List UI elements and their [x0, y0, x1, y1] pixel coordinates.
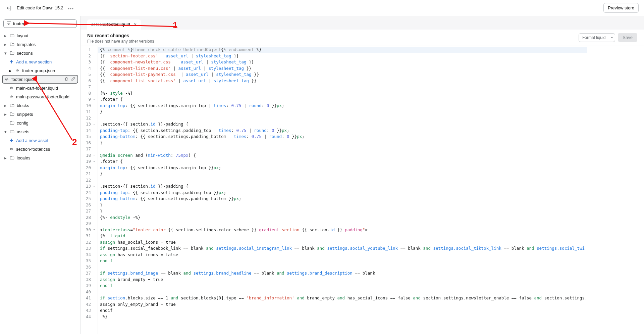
code-line[interactable] — [100, 289, 587, 295]
filter-files-input[interactable] — [13, 21, 74, 26]
code-file-icon — [9, 85, 14, 91]
more-icon[interactable] — [68, 5, 73, 10]
preview-store-button[interactable]: Preview store — [603, 3, 639, 13]
folder-row[interactable]: ▾assets — [2, 127, 78, 136]
folder-icon — [9, 155, 15, 160]
code-line[interactable]: padding-top: {{ section.settings.padding… — [100, 190, 587, 196]
tree-item-label: Add a new asset — [16, 138, 77, 143]
chevron-right-icon[interactable]: ▸ — [3, 112, 7, 117]
tree-item-label: footer.liquid — [11, 77, 62, 82]
code-line[interactable]: assign brand_empty = true — [100, 277, 587, 283]
code-line[interactable] — [100, 146, 587, 152]
filter-files-input-wrap[interactable] — [3, 19, 77, 28]
code-line[interactable]: {{ 'component-list-payment.css' | asset_… — [100, 71, 587, 78]
file-row[interactable]: footer.liquid — [2, 75, 78, 84]
folder-row[interactable]: ▸snippets — [2, 110, 78, 118]
line-number: 15 — [86, 134, 95, 140]
folder-row[interactable]: config — [2, 118, 78, 127]
file-row[interactable]: section-footer.css — [2, 145, 78, 153]
line-number: 28 — [86, 214, 95, 221]
line-number: 11 — [86, 109, 95, 115]
code-line[interactable]: .footer { — [100, 96, 587, 103]
exit-icon[interactable] — [5, 5, 12, 11]
file-row[interactable]: main-password-footer.liquid — [2, 92, 78, 101]
code-line[interactable]: assign has_social_icons = false — [100, 252, 587, 258]
code-line[interactable]: if settings.social_facebook_link == blan… — [100, 245, 587, 252]
folder-icon — [9, 33, 15, 38]
line-number: 21 — [86, 171, 95, 177]
line-number: 10 — [86, 103, 95, 109]
line-number: 9▾ — [86, 96, 95, 103]
code-line[interactable]: } — [100, 109, 587, 115]
code-line[interactable] — [100, 84, 587, 90]
format-liquid-button[interactable]: Format liquid — [579, 33, 609, 42]
code-line[interactable]: endif — [100, 283, 587, 289]
code-line[interactable]: margin-top: {{ section.settings.margin_t… — [100, 165, 587, 171]
code-line[interactable]: padding-top: {{ section.settings.padding… — [100, 128, 587, 134]
code-line[interactable]: <footer class="footer color-{{ section.s… — [100, 227, 587, 233]
file-row[interactable]: main-cart-footer.liquid — [2, 84, 78, 92]
chevron-right-icon[interactable]: ▸ — [3, 33, 7, 38]
folder-row[interactable]: ▸layout — [2, 31, 78, 40]
code-line[interactable]: .footer { — [100, 158, 587, 165]
code-line[interactable]: {{ 'component-newsletter.css' | asset_ur… — [100, 59, 587, 65]
code-line[interactable]: if section.blocks.size == 1 and section.… — [100, 295, 587, 301]
line-number: 29 — [86, 221, 95, 227]
code-line[interactable]: assign has_social_icons = true — [100, 239, 587, 246]
code-line[interactable]: padding-bottom: {{ section.settings.padd… — [100, 196, 587, 202]
code-line[interactable]: -%} — [100, 314, 587, 320]
rename-icon[interactable] — [71, 77, 76, 82]
code-line[interactable]: .section-{{ section.id }}-padding { — [100, 121, 587, 128]
line-number: 38 — [86, 277, 95, 283]
code-line[interactable]: } — [100, 171, 587, 177]
chevron-right-icon[interactable]: ▸ — [3, 103, 7, 108]
file-row[interactable]: footer-group.json — [2, 66, 78, 75]
line-number: 17 — [86, 146, 95, 152]
folder-row[interactable]: ▸templates — [2, 40, 78, 49]
line-number: 13▾ — [86, 121, 95, 128]
code-line[interactable]: } — [100, 208, 587, 214]
add-link[interactable]: Add a new asset — [2, 136, 78, 145]
code-line[interactable]: endif — [100, 307, 587, 314]
line-number: 39 — [86, 283, 95, 289]
tree-item-label: footer-group.json — [22, 68, 77, 73]
delete-icon[interactable] — [64, 77, 69, 82]
close-tab-icon[interactable]: ✕ — [133, 22, 137, 27]
folder-row[interactable]: ▾sections — [2, 49, 78, 57]
code-line[interactable]: endif — [100, 258, 587, 264]
code-line[interactable]: } — [100, 140, 587, 146]
svg-point-1 — [70, 8, 71, 9]
code-line[interactable]: padding-bottom: {{ section.settings.padd… — [100, 134, 587, 140]
code-line[interactable] — [100, 115, 587, 122]
code-line[interactable]: margin-top: {{ section.settings.margin_t… — [100, 103, 587, 109]
code-line[interactable]: {{ 'section-footer.css' | asset_url | st… — [100, 53, 587, 59]
folder-row[interactable]: ▸blocks — [2, 101, 78, 110]
code-editor[interactable]: 123456789▾10111213▾1415161718▾19▾2021222… — [80, 46, 644, 334]
code-line[interactable]: {%- liquid — [100, 233, 587, 239]
folder-icon — [9, 103, 15, 108]
format-liquid-dropdown[interactable]: ▾ — [609, 33, 615, 42]
code-line[interactable]: {%- style -%} — [100, 90, 587, 97]
chevron-down-icon[interactable]: ▾ — [3, 129, 7, 134]
chevron-down-icon[interactable]: ▾ — [3, 51, 7, 56]
code-line[interactable]: {{ 'component-list-social.css' | asset_u… — [100, 78, 587, 84]
code-line[interactable] — [100, 264, 587, 271]
code-line[interactable]: } — [100, 202, 587, 208]
folder-row[interactable]: ▸locales — [2, 153, 78, 162]
code-line[interactable]: @media screen and (min-width: 750px) { — [100, 152, 587, 159]
code-line[interactable] — [100, 221, 587, 227]
code-line[interactable] — [100, 177, 587, 184]
code-line[interactable]: {{ 'component-list-menu.css' | asset_url… — [100, 65, 587, 72]
code-line[interactable]: .section-{{ section.id }}-padding { — [100, 183, 587, 190]
code-line[interactable]: assign only_empty_brand = true — [100, 301, 587, 308]
chevron-right-icon[interactable]: ▸ — [3, 155, 7, 160]
chevron-right-icon[interactable]: ▸ — [3, 42, 7, 47]
tree-item-label: main-cart-footer.liquid — [16, 86, 77, 91]
code-line[interactable]: if settings.brand_image == blank and set… — [100, 270, 587, 277]
editor-tab[interactable]: sections/footer.liquid ✕ — [87, 19, 141, 30]
add-link[interactable]: Add a new section — [2, 57, 78, 66]
plus-icon — [9, 59, 14, 64]
code-line[interactable]: {% comment %}theme-check-disable Undefin… — [98, 47, 587, 53]
line-number: 24 — [86, 190, 95, 196]
code-line[interactable]: {%- endstyle -%} — [100, 214, 587, 221]
